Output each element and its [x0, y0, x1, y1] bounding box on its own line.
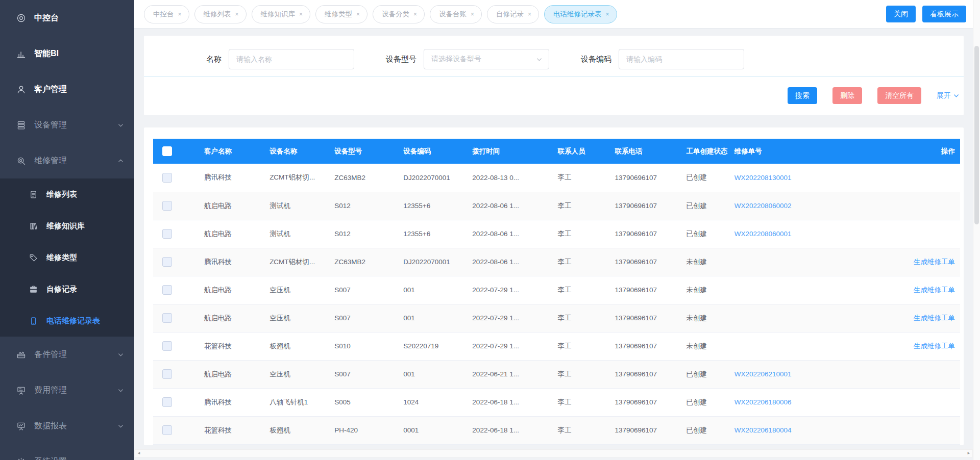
board-display-button[interactable]: 看板展示 — [922, 6, 966, 22]
repair-order-link[interactable]: WX202206180004 — [734, 426, 792, 434]
generate-repair-order-link[interactable]: 生成维修工单 — [914, 342, 955, 350]
scroll-left-icon[interactable]: ◄ — [137, 451, 141, 455]
chevron-down-icon — [953, 92, 960, 99]
sidebar-item[interactable]: 客户管理 — [0, 71, 134, 107]
cell-contact-phone: 13790696107 — [611, 388, 682, 416]
horizontal-scrollbar[interactable]: ◄ ► — [135, 449, 973, 457]
cell-order-status: 已创建 — [682, 164, 730, 192]
open-tabs: 中控台 × 维修列表 × 维修知识库 × 维修类型 × — [144, 5, 617, 23]
close-button[interactable]: 关闭 — [886, 6, 916, 22]
sidebar-subitem[interactable]: 维修列表 — [0, 178, 134, 210]
cell-contact-phone: 13790696107 — [611, 304, 682, 332]
repair-order-link[interactable]: WX202208130001 — [734, 174, 792, 182]
cell-device-code: S20220719 — [399, 332, 468, 360]
fees-board-icon — [15, 385, 27, 396]
sidebar-item-label: 数据报表 — [34, 421, 67, 431]
cell-device-model: S012 — [330, 220, 399, 248]
cell-call-time: 2022-06-18 1... — [468, 416, 553, 444]
cell-device-name: 板翘机 — [265, 332, 330, 360]
tab-close-icon[interactable]: × — [299, 11, 303, 17]
sidebar-item[interactable]: 数据报表 — [0, 408, 134, 444]
tab-close-icon[interactable]: × — [528, 11, 531, 17]
cell-call-time: 2022-07-29 1... — [468, 304, 553, 332]
row-checkbox[interactable] — [162, 173, 172, 183]
sidebar-subitem[interactable]: 维修知识库 — [0, 210, 134, 242]
cell-call-time: 2022-06-18 1... — [468, 388, 553, 416]
clear-all-button[interactable]: 清空所有 — [877, 87, 921, 104]
sidebar-subitem-label: 电话维修记录表 — [46, 316, 100, 326]
row-checkbox[interactable] — [162, 425, 172, 435]
sidebar-item[interactable]: 中控台 — [0, 0, 134, 36]
cell-customer-name: 航启电路 — [200, 276, 265, 304]
generate-repair-order-link[interactable]: 生成维修工单 — [914, 314, 955, 322]
expand-toggle[interactable]: 展开 — [937, 91, 960, 100]
sidebar-subitem[interactable]: 自修记录 — [0, 273, 134, 305]
sidebar-item[interactable]: 智能BI — [0, 36, 134, 71]
tab[interactable]: 设备台账 × — [430, 5, 482, 23]
sidebar-item[interactable]: 备件管理 — [0, 337, 134, 372]
vertical-scrollbar-thumb[interactable] — [974, 46, 979, 224]
sidebar-item[interactable]: 维修管理 — [0, 143, 134, 178]
vertical-scrollbar[interactable] — [973, 0, 980, 460]
cell-call-time: 2022-07-29 1... — [468, 276, 553, 304]
select-all-checkbox[interactable] — [162, 146, 172, 156]
row-checkbox[interactable] — [162, 257, 172, 267]
name-input[interactable] — [229, 49, 354, 69]
sidebar-item[interactable]: 费用管理 — [0, 372, 134, 408]
model-select[interactable]: 请选择设备型号 — [424, 49, 549, 69]
cell-order-status: 未创建 — [682, 332, 730, 360]
tab[interactable]: 维修类型 × — [315, 5, 368, 23]
tab-close-icon[interactable]: × — [178, 11, 182, 17]
row-checkbox[interactable] — [162, 341, 172, 351]
tab[interactable]: 电话维修记录表 × — [544, 5, 617, 23]
tab-close-icon[interactable]: × — [471, 11, 474, 17]
generate-repair-order-link[interactable]: 生成维修工单 — [914, 286, 955, 294]
tab-close-icon[interactable]: × — [413, 11, 417, 17]
repair-order-link[interactable]: WX202206180006 — [734, 398, 792, 406]
tab-close-icon[interactable]: × — [356, 11, 360, 17]
sidebar-item[interactable]: 设备管理 — [0, 107, 134, 143]
row-checkbox[interactable] — [162, 285, 172, 295]
cell-contact-person: 李工 — [553, 248, 610, 276]
console-icon — [15, 12, 27, 23]
col-repair-order-no: 维修单号 — [730, 139, 858, 164]
generate-repair-order-link[interactable]: 生成维修工单 — [914, 258, 955, 266]
repair-order-link[interactable]: WX202208060002 — [734, 202, 792, 210]
row-checkbox[interactable] — [162, 201, 172, 211]
chevron-down-icon — [117, 387, 124, 394]
briefcase-icon — [29, 285, 38, 294]
sidebar-subitem-label: 维修知识库 — [46, 221, 85, 231]
tab-close-icon[interactable]: × — [235, 11, 239, 17]
tab[interactable]: 中控台 × — [144, 5, 189, 23]
cell-contact-phone: 13790696107 — [611, 416, 682, 444]
search-button[interactable]: 搜索 — [788, 87, 817, 104]
sidebar-subitem[interactable]: 电话维修记录表 — [0, 305, 134, 337]
gear-icon — [15, 456, 27, 460]
cell-call-time: 2022-08-13 0... — [468, 164, 553, 192]
tab[interactable]: 设备分类 × — [373, 5, 425, 23]
tab-label: 维修类型 — [325, 10, 352, 19]
code-input[interactable] — [619, 49, 744, 69]
tab[interactable]: 自修记录 × — [487, 5, 539, 23]
cell-contact-person: 李工 — [553, 220, 610, 248]
scroll-right-icon[interactable]: ► — [967, 451, 971, 455]
sidebar-item-label: 客户管理 — [34, 84, 67, 95]
search-card: 名称 设备型号 请选择设备型号 设备编码 搜索 删除 — [144, 36, 964, 115]
tab[interactable]: 维修知识库 × — [252, 5, 311, 23]
tab[interactable]: 维修列表 × — [194, 5, 247, 23]
repair-order-link[interactable]: WX202206210001 — [734, 370, 792, 378]
row-checkbox[interactable] — [162, 397, 172, 407]
devices-icon — [15, 119, 27, 131]
model-label: 设备型号 — [386, 55, 416, 64]
row-checkbox[interactable] — [162, 229, 172, 239]
table-row: 航启电路 空压机 S007 001 2022-07-29 1... 李工 137… — [153, 304, 960, 332]
repair-order-link[interactable]: WX202208060001 — [734, 230, 792, 238]
chevron-down-icon — [536, 56, 543, 63]
row-checkbox[interactable] — [162, 313, 172, 323]
delete-button[interactable]: 删除 — [832, 87, 862, 104]
sidebar-subitem[interactable]: 维修类型 — [0, 242, 134, 273]
cell-contact-phone: 13790696107 — [611, 276, 682, 304]
sidebar-item[interactable]: 系统设置 — [0, 444, 134, 460]
row-checkbox[interactable] — [162, 369, 172, 379]
tab-close-icon[interactable]: × — [606, 11, 609, 17]
